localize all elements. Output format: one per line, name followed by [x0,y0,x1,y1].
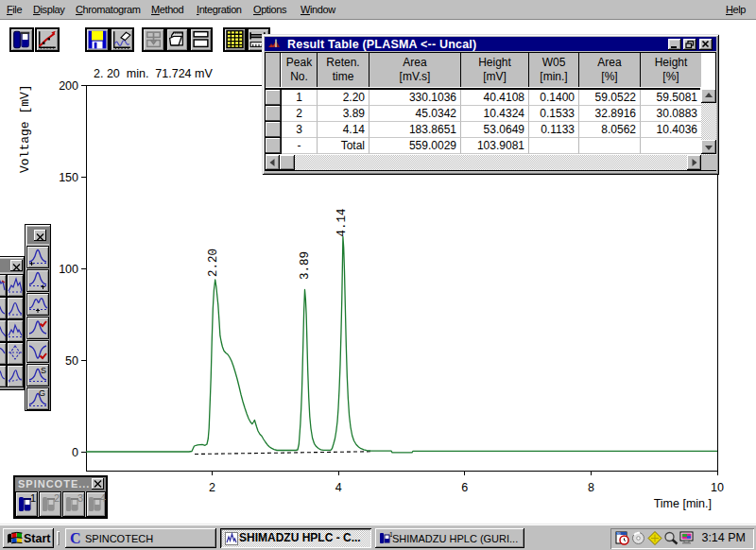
svg-text:C: C [70,531,81,545]
svg-text:8: 8 [588,481,594,494]
svg-text:G: G [39,388,45,398]
svg-text:50: 50 [65,354,78,368]
svg-text:4: 4 [335,481,342,494]
svg-text:Voltage [mV]: Voltage [mV] [18,84,32,173]
svg-text:2. 20 min. 71.724 mV: 2. 20 min. 71.724 mV [94,67,213,80]
svg-text:30: 30 [617,532,621,536]
svg-text:2.20: 2.20 [207,249,220,277]
svg-text:6: 6 [461,481,468,494]
svg-text:2: 2 [209,481,215,494]
svg-text:200: 200 [59,79,78,93]
svg-text:10: 10 [711,481,724,494]
svg-text:2: 2 [54,492,60,504]
svg-text:S: S [41,366,46,375]
svg-text:1: 1 [30,492,36,504]
svg-text:3.89: 3.89 [299,251,312,280]
svg-text:0: 0 [72,446,78,459]
svg-text:4: 4 [100,492,106,504]
svg-text:3: 3 [77,492,83,504]
svg-text:150: 150 [59,171,78,184]
svg-text:100: 100 [59,263,78,276]
svg-text:4.14: 4.14 [335,208,349,236]
svg-text:Time [min.]: Time [min.] [654,497,712,510]
